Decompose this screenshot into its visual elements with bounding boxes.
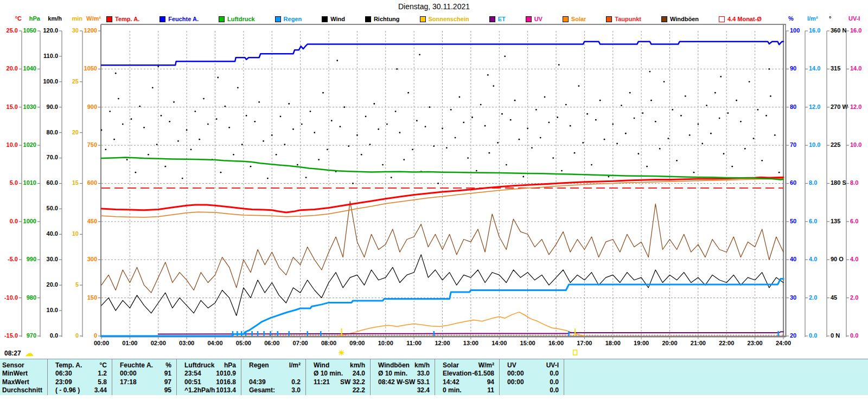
axis-label-rain: 6.0 (809, 218, 817, 224)
axis-label-rain: 16.0 (809, 27, 820, 34)
wind-direction-dot (109, 111, 111, 112)
axis-label-temp: 25.0 (7, 27, 18, 34)
axis-label-wind: 20.0 (47, 281, 58, 288)
wind-direction-dot (697, 124, 699, 125)
series-solar (337, 312, 585, 336)
table-col-temp-a--min: 06:301.2 (48, 370, 112, 378)
wind-direction-dot (292, 128, 294, 130)
axis-label-hum: 80 (790, 104, 796, 110)
wind-direction-dot (655, 121, 656, 122)
wind-direction-dot (557, 117, 558, 118)
table-col-feuchte-a--header: Feuchte A.% (112, 361, 176, 370)
wind-direction-dot (531, 147, 533, 148)
wind-direction-dot (139, 106, 141, 107)
wind-direction-dot (480, 104, 482, 106)
table-col-luftdruck-header-label: Luftdruck (184, 361, 214, 369)
x-axis-label: 02:00 (151, 340, 166, 346)
table-col-regen-max: 04:390.2 (241, 378, 305, 386)
wind-direction-dot (301, 124, 303, 125)
wind-direction-dot (625, 133, 627, 134)
axis-label-rain: 8.0 (809, 179, 817, 186)
wind-direction-dot (157, 66, 159, 67)
table-col-solar-min-value: -61.508 (472, 370, 494, 377)
axis-label-temp: 20.0 (7, 65, 18, 72)
wind-direction-dot (148, 154, 149, 156)
axis-label-solar: 0 (94, 332, 97, 339)
axis-label-solar: 1200 (84, 27, 97, 34)
wind-direction-dot (250, 166, 252, 167)
axis-label-uv: 16.0 (850, 27, 861, 34)
sunrise-time: 08:27 (4, 350, 21, 357)
table-col-feuchte-a--min: 00:0091 (112, 370, 176, 378)
axis-label-uv: 4.0 (850, 256, 858, 262)
axis-label-press: 1050 (23, 27, 36, 34)
table-label-column: SensorMinWertMaxWertDurchschnitt (0, 359, 48, 395)
wind-direction-dot (774, 134, 776, 136)
table-col-uv-max-value: 0.0 (550, 378, 559, 386)
table-col-luftdruck-avg-value: 1013.4 (216, 386, 236, 394)
axis-label-temp: 0.0 (10, 218, 18, 224)
table-col-luftdruck-max-label: 00:51 (184, 378, 201, 386)
wind-direction-dot (558, 64, 560, 66)
table-col-regen-header-label: Regen (249, 361, 269, 369)
table-col-temp-a--header-label: Temp. A. (55, 361, 82, 369)
wind-direction-dot (757, 109, 758, 111)
wind-direction-dot (396, 68, 398, 70)
table-col-feuchte-a--max: 17:1897 (112, 378, 176, 386)
x-axis-label: 23:00 (748, 340, 763, 346)
table-col-uv-min: 00:000.0 (500, 370, 564, 378)
table-col-luftdruck-min-value: 1010.9 (216, 370, 236, 377)
wind-direction-dot (501, 113, 503, 115)
table-col-wind-min: Ø 10 min.24.0 (306, 370, 370, 378)
x-axis-label: 21:00 (691, 340, 706, 346)
axis-label-press: 970 (27, 332, 36, 339)
table-col-windb-en-avg-value: 32.4 (417, 386, 430, 394)
table-col-temp-a--header-value: °C (100, 361, 107, 369)
x-axis-label: 09:00 (349, 340, 365, 346)
wind-direction-dot (642, 112, 643, 114)
x-axis-label: 14:00 (492, 340, 507, 346)
wind-direction-dot (115, 73, 117, 74)
wind-direction-dot (373, 103, 375, 105)
wind-direction-dot (476, 170, 477, 172)
wind-direction-dot (685, 95, 686, 97)
table-col-luftdruck-max-value: 1016.8 (216, 378, 236, 386)
axis-label-uv: 6.0 (850, 218, 858, 224)
axis-label-wind: 40.0 (47, 230, 58, 237)
wind-direction-dot (403, 159, 405, 160)
table-col-wind-max-label: 11:21 (314, 378, 330, 386)
x-axis-label: 12:00 (435, 340, 450, 346)
axis-label-uv: 0.0 (850, 332, 858, 339)
table-col-solar-min-label: Elevation (443, 370, 471, 377)
wind-direction-dot (723, 153, 725, 154)
axis-label-press: 990 (27, 256, 36, 262)
wind-direction-dot (419, 54, 420, 55)
wind-direction-dot (241, 144, 243, 145)
wind-direction-dot (118, 98, 119, 100)
wind-direction-dot (322, 92, 324, 94)
wind-direction-dot (263, 140, 264, 142)
wind-direction-dot (173, 101, 175, 103)
wind-direction-dot (297, 164, 298, 166)
axis-label-hum: 60 (790, 179, 796, 186)
axis-label-temp: 15.0 (7, 104, 18, 110)
wind-direction-dot (220, 172, 222, 173)
axis-label-hum: 20 (790, 332, 796, 339)
wind-direction-dot (770, 95, 771, 97)
axis-label-press: 1010 (23, 179, 36, 186)
wind-direction-dot (506, 164, 507, 166)
axis-label-hum: 100 (790, 27, 800, 34)
table-col-feuchte-a--header-value: % (165, 361, 171, 369)
wind-direction-dot (182, 178, 183, 179)
wind-direction-dot (122, 124, 124, 125)
axis-label-hum: 30 (790, 294, 796, 301)
wind-direction-dot (649, 71, 650, 73)
x-axis-label: 11:00 (406, 340, 422, 346)
table-col-windb-en-min-value: 33.0 (417, 370, 430, 377)
sunrise-sun-icon: ☀ (338, 348, 345, 357)
wind-direction-dot (395, 111, 397, 112)
axis-label-sun: 5 (75, 281, 79, 288)
wind-direction-dot (336, 60, 338, 61)
wind-direction-dot (599, 100, 601, 101)
wind-direction-dot (177, 140, 179, 142)
